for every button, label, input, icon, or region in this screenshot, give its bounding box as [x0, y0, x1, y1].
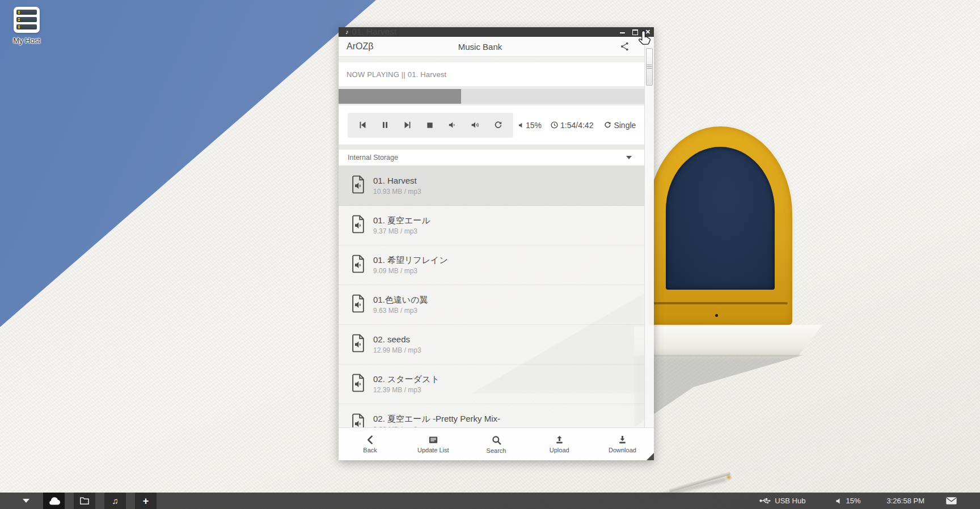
- usb-hub-indicator[interactable]: USB Hub: [759, 497, 805, 505]
- spacer: [339, 57, 644, 62]
- usb-icon: [759, 497, 771, 505]
- spacer: [339, 145, 644, 150]
- usb-hub-label: USB Hub: [775, 497, 805, 505]
- server-icon: [14, 7, 40, 33]
- track-row[interactable]: 02. seeds 12.99 MB / mp3: [339, 325, 644, 364]
- plus-icon: +: [143, 496, 149, 506]
- back-button[interactable]: Back: [339, 428, 402, 460]
- skip-next-button[interactable]: [403, 120, 412, 130]
- scrollbar[interactable]: [644, 37, 654, 460]
- taskbar-cloud-button[interactable]: [43, 493, 65, 509]
- track-row[interactable]: 01.色違いの翼 9.63 MB / mp3: [339, 285, 644, 325]
- upload-button[interactable]: Upload: [528, 428, 591, 460]
- cloud-icon: [48, 497, 60, 505]
- app-header: ArOZβ Music Bank: [339, 37, 644, 57]
- loop-mode-icon: [603, 121, 612, 129]
- desktop-icon-label: My Host: [7, 36, 47, 45]
- repeat-button[interactable]: [493, 120, 503, 130]
- volume-down-button[interactable]: [447, 120, 457, 130]
- volume-value: 15%: [526, 121, 542, 130]
- taskbar-collapse-button[interactable]: [23, 499, 29, 503]
- music-player-window: ♪ 01. Harvest ✕ ArOZβ Music Bank: [339, 27, 654, 460]
- maximize-button[interactable]: [632, 29, 638, 35]
- track-title: 02. 夏空エール -Pretty Perky Mix-: [373, 413, 500, 426]
- time-indicator: 1:54/4:42: [550, 121, 593, 130]
- track-title: 01. Harvest: [373, 175, 421, 188]
- taskbar-left: ♫ +: [0, 493, 166, 509]
- audio-file-icon: [350, 334, 366, 355]
- wall-arched-window: [648, 126, 792, 325]
- window-sill: [634, 325, 822, 357]
- back-icon: [365, 435, 375, 445]
- arched-window-glass: [666, 147, 775, 290]
- taskbar-add-button[interactable]: +: [135, 493, 157, 509]
- track-row[interactable]: 01. 夏空エール 9.37 MB / mp3: [339, 206, 644, 245]
- music-icon: ♫: [112, 497, 118, 505]
- now-playing-bar: NOW PLAYING || 01. Harvest: [339, 62, 644, 86]
- taskbar-music-button[interactable]: ♫: [104, 493, 126, 509]
- audio-file-icon: [350, 374, 366, 395]
- close-button[interactable]: ✕: [645, 29, 650, 35]
- search-button[interactable]: Search: [464, 428, 527, 460]
- download-button[interactable]: Download: [591, 428, 654, 460]
- transport-button-group: [348, 113, 513, 138]
- volume-icon: [518, 122, 524, 129]
- taskbar-volume-indicator[interactable]: 15%: [835, 497, 860, 505]
- player-controls: 15% 1:54/4:42 Single: [339, 105, 644, 145]
- taskbar-mail-button[interactable]: [945, 497, 957, 505]
- track-row[interactable]: 01. Harvest 10.93 MB / mp3: [339, 166, 644, 206]
- resize-handle[interactable]: [647, 453, 654, 460]
- audio-file-icon: [350, 294, 366, 315]
- track-title: 02. スターダスト: [373, 373, 440, 386]
- music-note-icon: ♪: [345, 29, 349, 35]
- speaker-icon: [835, 498, 842, 504]
- download-icon: [617, 435, 628, 445]
- track-title: 01. 夏空エール: [373, 214, 430, 227]
- loop-mode-toggle[interactable]: Single: [603, 121, 636, 130]
- window-body: ArOZβ Music Bank NOW PLAYING || 01. Harv…: [339, 37, 654, 460]
- search-icon: [491, 435, 502, 446]
- pause-button[interactable]: [381, 120, 390, 130]
- window-titlebar[interactable]: ♪ 01. Harvest ✕: [339, 27, 654, 37]
- mail-icon: [945, 497, 957, 505]
- track-row[interactable]: 02. スターダスト 12.39 MB / mp3: [339, 364, 644, 404]
- clock-icon: [550, 121, 559, 129]
- share-icon: [620, 41, 630, 52]
- track-meta: 10.93 MB / mp3: [373, 187, 421, 197]
- storage-selected-value: Internal Storage: [348, 154, 398, 162]
- skip-previous-button[interactable]: [358, 120, 368, 130]
- volume-indicator: 15%: [518, 121, 542, 130]
- audio-file-icon: [350, 215, 366, 236]
- taskbar-volume-value: 15%: [846, 497, 860, 505]
- storage-selector[interactable]: Internal Storage: [339, 150, 644, 166]
- arched-window-knob: [715, 314, 718, 317]
- track-meta: 9.63 MB / mp3: [373, 306, 428, 316]
- taskbar-clock[interactable]: 3:26:58 PM: [887, 497, 925, 505]
- scrollbar-grip: [647, 65, 652, 69]
- audio-file-icon: [350, 175, 366, 196]
- taskbar-right: USB Hub 15% 3:26:58 PM: [759, 497, 957, 505]
- share-button[interactable]: [551, 41, 636, 52]
- update-list-icon: [428, 435, 439, 445]
- update-list-button[interactable]: Update List: [402, 428, 464, 460]
- scrollbar-thumb[interactable]: [646, 48, 653, 86]
- track-title: 01. 希望リフレイン: [373, 254, 448, 267]
- track-meta: 9.37 MB / mp3: [373, 227, 430, 236]
- track-meta: 12.39 MB / mp3: [373, 385, 440, 395]
- seek-bar[interactable]: [339, 89, 644, 104]
- track-list: 01. Harvest 10.93 MB / mp3 01. 夏空エール 9.3…: [339, 166, 644, 460]
- stop-button[interactable]: [425, 121, 434, 130]
- loop-mode-value: Single: [614, 121, 636, 130]
- volume-up-button[interactable]: [470, 120, 480, 130]
- track-title: 01.色違いの翼: [373, 294, 428, 307]
- time-value: 1:54/4:42: [560, 121, 593, 130]
- desktop-icon-my-host[interactable]: My Host: [7, 7, 47, 45]
- track-row[interactable]: 01. 希望リフレイン 9.09 MB / mp3: [339, 245, 644, 285]
- track-meta: 9.09 MB / mp3: [373, 266, 448, 276]
- stick-tip: [725, 474, 732, 481]
- taskbar-files-button[interactable]: [74, 493, 95, 509]
- progress-fill: [339, 89, 461, 104]
- chevron-down-icon: [626, 156, 632, 159]
- taskbar: ♫ + USB Hub: [0, 493, 980, 509]
- arched-window-molding: [653, 302, 788, 304]
